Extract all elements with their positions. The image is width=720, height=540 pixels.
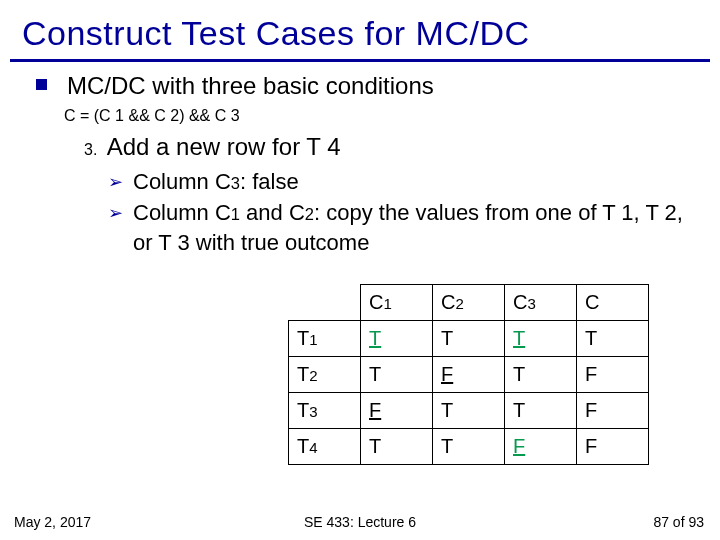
text-fragment: T — [297, 435, 309, 457]
cell-c: F — [577, 428, 649, 464]
arrow-icon: ➢ — [108, 170, 123, 194]
cell-c3: T — [505, 356, 577, 392]
col-header-c1: C1 — [361, 284, 433, 320]
text-fragment: and C — [240, 200, 305, 225]
table-row: T4 T T F F — [289, 428, 649, 464]
subscript: 1 — [309, 331, 317, 348]
subscript: 3 — [309, 403, 317, 420]
text-fragment: T — [297, 363, 309, 385]
step-number: 3. — [84, 141, 97, 158]
subscript: 2 — [309, 367, 317, 384]
text-fragment: C — [369, 291, 383, 313]
subscript: 2 — [305, 205, 314, 223]
cell-c2: T — [433, 428, 505, 464]
cell-c1: T — [361, 356, 433, 392]
text-fragment: C — [513, 291, 527, 313]
cell-c2: F — [433, 356, 505, 392]
table-header-row: C1 C2 C3 C — [289, 284, 649, 320]
square-bullet-icon — [36, 79, 47, 90]
table-row: T2 T F T F — [289, 356, 649, 392]
text-fragment: Column C — [133, 169, 231, 194]
cell-c3: T — [505, 392, 577, 428]
text-fragment: : false — [240, 169, 299, 194]
step-text: Add a new row for T 4 — [107, 133, 341, 160]
subscript: 2 — [455, 295, 463, 312]
footer-page-number: 87 of 93 — [653, 514, 704, 530]
bullet-item: MC/DC with three basic conditions — [28, 72, 692, 101]
col-header-c2: C2 — [433, 284, 505, 320]
title-divider — [10, 59, 710, 62]
text-fragment: T — [297, 327, 309, 349]
table-row: T1 T T T T — [289, 320, 649, 356]
subscript: 1 — [383, 295, 391, 312]
col-header-c3: C3 — [505, 284, 577, 320]
page-title: Construct Test Cases for MC/DC — [0, 0, 720, 59]
cell-c1: F — [361, 392, 433, 428]
subscript: 4 — [309, 439, 317, 456]
text-fragment: C — [441, 291, 455, 313]
arrow-item: ➢ Column C3: false — [108, 167, 692, 197]
arrow-icon: ➢ — [108, 201, 123, 225]
table-corner-cell — [289, 284, 361, 320]
table-row: T3 F T T F — [289, 392, 649, 428]
slide-body: MC/DC with three basic conditions C = (C… — [0, 72, 720, 465]
arrow-text: Column C1 and C2: copy the values from o… — [133, 198, 692, 257]
subscript: 1 — [231, 205, 240, 223]
condition-expression: C = (C 1 && C 2) && C 3 — [64, 107, 692, 125]
text-fragment: Column C — [133, 200, 231, 225]
cell-c: F — [577, 392, 649, 428]
numbered-step: 3. Add a new row for T 4 — [84, 133, 692, 161]
bullet-text: MC/DC with three basic conditions — [67, 72, 434, 101]
row-label: T1 — [289, 320, 361, 356]
cell-c3: T — [505, 320, 577, 356]
arrow-item: ➢ Column C1 and C2: copy the values from… — [108, 198, 692, 257]
text-fragment: T — [297, 399, 309, 421]
slide: Construct Test Cases for MC/DC MC/DC wit… — [0, 0, 720, 540]
arrow-text: Column C3: false — [133, 167, 299, 197]
subscript: 3 — [527, 295, 535, 312]
truth-table-wrap: C1 C2 C3 C T1 T T T T T2 T F T — [288, 284, 692, 465]
cell-c: F — [577, 356, 649, 392]
cell-c3: F — [505, 428, 577, 464]
col-header-c: C — [577, 284, 649, 320]
cell-c: T — [577, 320, 649, 356]
row-label: T4 — [289, 428, 361, 464]
row-label: T3 — [289, 392, 361, 428]
cell-c1: T — [361, 428, 433, 464]
truth-table: C1 C2 C3 C T1 T T T T T2 T F T — [288, 284, 649, 465]
row-label: T2 — [289, 356, 361, 392]
cell-c1: T — [361, 320, 433, 356]
subscript: 3 — [231, 174, 240, 192]
footer-course: SE 433: Lecture 6 — [0, 514, 720, 530]
cell-c2: T — [433, 320, 505, 356]
arrow-list: ➢ Column C3: false ➢ Column C1 and C2: c… — [108, 167, 692, 258]
cell-c2: T — [433, 392, 505, 428]
